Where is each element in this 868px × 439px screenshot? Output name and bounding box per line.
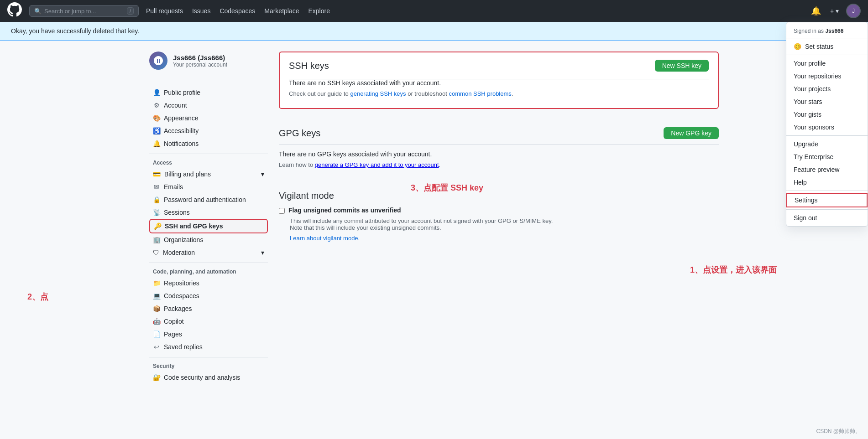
generate-gpg-key-link[interactable]: generate a GPG key and add it to your ac…: [315, 161, 439, 168]
paintbrush-icon: 🎨: [153, 114, 160, 122]
topnav-right: 🔔 + ▾ J: [809, 4, 861, 18]
gpg-section-body: There are no GPG keys associated with yo…: [279, 150, 719, 168]
nav-codespaces[interactable]: Codespaces: [220, 7, 255, 15]
vigilant-description: This will include any commit attributed …: [290, 217, 719, 231]
sidebar-item-moderation[interactable]: 🛡 Moderation ▾: [149, 246, 268, 259]
org-icon: 🏢: [153, 236, 160, 243]
vigilant-learn-more-link[interactable]: Learn about vigilant mode.: [290, 235, 719, 242]
generating-ssh-keys-link[interactable]: generating SSH keys: [350, 90, 406, 97]
code-security-icon: 🔐: [153, 374, 160, 381]
sidebar-item-organizations[interactable]: 🏢 Organizations: [149, 233, 268, 246]
ssh-guide-hint: Check out our guide to generating SSH ke…: [289, 90, 709, 97]
sidebar-item-copilot[interactable]: 🤖 Copilot: [149, 315, 268, 328]
dropdown-signed-in: Signed in as Jss666: [786, 24, 868, 38]
sidebar-item-pages[interactable]: 📄 Pages: [149, 328, 268, 341]
common-ssh-problems-link[interactable]: common SSH problems: [449, 90, 512, 97]
nav-pull-requests[interactable]: Pull requests: [146, 7, 183, 15]
sidebar-avatar: [149, 52, 167, 70]
lock-icon: 🔒: [153, 196, 160, 203]
sidebar-item-accessibility[interactable]: ♿ Accessibility: [149, 124, 268, 137]
sidebar-item-codespaces[interactable]: 💻 Codespaces: [149, 289, 268, 302]
gpg-keys-section: GPG keys New GPG key There are no GPG ke…: [279, 120, 719, 168]
code-section-label: Code, planning, and automation: [153, 269, 268, 275]
codespaces-icon: 💻: [153, 292, 160, 300]
user-dropdown-menu: Signed in as Jss666 😊 Set status Your pr…: [786, 22, 868, 227]
vigilant-mode-checkbox[interactable]: [279, 208, 285, 214]
dropdown-try-enterprise[interactable]: Try Enterprise: [786, 150, 868, 163]
dropdown-username: Jss666: [825, 28, 843, 34]
dropdown-your-repositories[interactable]: Your repositories: [786, 70, 868, 83]
person-icon: 👤: [153, 89, 160, 96]
sidebar-item-appearance[interactable]: 🎨 Appearance: [149, 112, 268, 124]
sidebar-item-saved-replies[interactable]: ↩ Saved replies: [149, 341, 268, 353]
sidebar-item-billing[interactable]: 💳 Billing and plans ▾: [149, 168, 268, 181]
sidebar-item-sessions[interactable]: 📡 Sessions: [149, 206, 268, 219]
status-icon: 😊: [794, 43, 801, 50]
nav-issues[interactable]: Issues: [192, 7, 210, 15]
nav-explore[interactable]: Explore: [309, 7, 330, 15]
create-new-button[interactable]: + ▾: [828, 5, 841, 16]
notifications-button[interactable]: 🔔: [809, 4, 823, 18]
package-icon: 📦: [153, 305, 160, 312]
ssh-section-body: There are no SSH keys associated with yo…: [280, 79, 718, 108]
new-ssh-key-button[interactable]: New SSH key: [655, 60, 709, 72]
sidebar-item-account[interactable]: ⚙ Account: [149, 99, 268, 112]
dropdown-feature-preview[interactable]: Feature preview: [786, 163, 868, 176]
vigilant-divider: [279, 183, 719, 183]
flash-text: Okay, you have successfully deleted that…: [11, 27, 139, 35]
pages-icon: 📄: [153, 331, 160, 338]
vigilant-mode-section: Vigilant mode Flag unsigned commits as u…: [279, 179, 719, 242]
reply-icon: ↩: [153, 343, 160, 351]
dropdown-set-status[interactable]: 😊 Set status: [786, 40, 868, 53]
nav-marketplace[interactable]: Marketplace: [264, 7, 299, 15]
vigilant-checkbox-row: Flag unsigned commits as unverified: [279, 207, 719, 214]
dropdown-divider-1: [786, 55, 868, 55]
main-layout: Jss666 (Jss666) Your personal account 👤 …: [142, 41, 726, 395]
sidebar-item-notifications[interactable]: 🔔 Notifications: [149, 137, 268, 150]
sidebar: Jss666 (Jss666) Your personal account 👤 …: [149, 52, 268, 384]
dropdown-your-profile[interactable]: Your profile: [786, 57, 868, 70]
sidebar-item-packages[interactable]: 📦 Packages: [149, 302, 268, 315]
ssh-section-header: SSH keys New SSH key: [280, 52, 718, 79]
main-content: SSH keys New SSH key There are no SSH ke…: [279, 52, 719, 384]
sidebar-divider-2: [149, 263, 268, 263]
dropdown-divider-3: [786, 191, 868, 191]
sidebar-item-repositories[interactable]: 📁 Repositories: [149, 277, 268, 289]
moderation-chevron-icon: ▾: [261, 249, 264, 256]
search-icon: 🔍: [34, 8, 42, 15]
dropdown-settings[interactable]: Settings: [786, 193, 868, 207]
sidebar-item-code-security[interactable]: 🔐 Code security and analysis: [149, 371, 268, 384]
sidebar-item-ssh-gpg[interactable]: 🔑 SSH and GPG keys: [149, 219, 268, 233]
avatar-button[interactable]: J: [846, 4, 861, 18]
sidebar-item-password[interactable]: 🔒 Password and authentication: [149, 193, 268, 206]
sidebar-item-emails[interactable]: ✉ Emails: [149, 181, 268, 193]
search-input[interactable]: [44, 8, 124, 15]
dropdown-your-stars[interactable]: Your stars: [786, 95, 868, 108]
billing-icon: 💳: [153, 170, 161, 178]
github-logo[interactable]: [7, 2, 22, 20]
dropdown-divider-2: [786, 135, 868, 136]
dropdown-sign-out[interactable]: Sign out: [786, 212, 868, 224]
dropdown-upgrade[interactable]: Upgrade: [786, 138, 868, 150]
dropdown-your-projects[interactable]: Your projects: [786, 83, 868, 95]
annotation-2: 2、点: [27, 291, 48, 302]
ssh-keys-section: SSH keys New SSH key There are no SSH ke…: [279, 52, 719, 109]
gpg-section-header: GPG keys New GPG key: [279, 120, 719, 145]
dropdown-divider-4: [786, 209, 868, 210]
broadcast-icon: 📡: [153, 209, 160, 216]
access-section-label: Access: [153, 160, 268, 166]
ssh-section-title: SSH keys: [289, 61, 329, 71]
vigilant-checkbox-label[interactable]: Flag unsigned commits as unverified: [288, 207, 401, 214]
dropdown-your-gists[interactable]: Your gists: [786, 108, 868, 121]
sidebar-username: Jss666 (Jss666): [173, 54, 227, 62]
top-navigation: 🔍 / Pull requests Issues Codespaces Mark…: [0, 0, 868, 22]
dropdown-your-sponsors[interactable]: Your sponsors: [786, 121, 868, 134]
bell-icon: 🔔: [153, 140, 160, 147]
dropdown-help[interactable]: Help: [786, 176, 868, 189]
security-section-label: Security: [153, 363, 268, 369]
nav-links: Pull requests Issues Codespaces Marketpl…: [146, 7, 330, 15]
search-bar[interactable]: 🔍 /: [29, 5, 139, 17]
accessibility-icon: ♿: [153, 127, 160, 134]
sidebar-item-public-profile[interactable]: 👤 Public profile: [149, 86, 268, 99]
new-gpg-key-button[interactable]: New GPG key: [664, 127, 719, 139]
